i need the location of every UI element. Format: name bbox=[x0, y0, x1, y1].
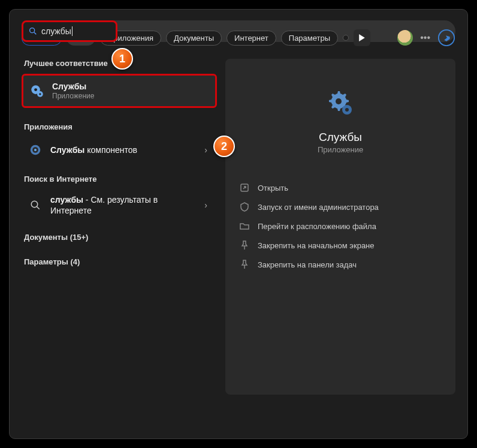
action-pin-taskbar-label: Закрепить на панели задач bbox=[258, 260, 357, 269]
action-run-admin-label: Запуск от имени администратора bbox=[258, 203, 379, 212]
action-pin-start-label: Закрепить на начальном экране bbox=[258, 241, 375, 250]
svg-point-12 bbox=[336, 98, 342, 104]
action-list: Открыть Запуск от имени администратора П… bbox=[240, 178, 441, 274]
svg-line-1 bbox=[34, 32, 36, 34]
search-input-text: службы bbox=[41, 26, 73, 36]
best-match-text: Службы Приложение bbox=[52, 82, 209, 100]
results-column: Лучшее соответствие Службы Приложение Пр… bbox=[22, 59, 217, 395]
search-icon bbox=[28, 26, 38, 36]
play-icon bbox=[358, 34, 366, 41]
detail-title: Службы bbox=[240, 131, 441, 144]
parameters-header[interactable]: Параметры (4) bbox=[22, 257, 217, 266]
action-file-location-label: Перейти к расположению файла bbox=[258, 222, 376, 231]
svg-point-4 bbox=[34, 88, 37, 91]
pin-icon bbox=[240, 260, 249, 269]
svg-point-6 bbox=[39, 93, 41, 95]
filter-more-partial[interactable] bbox=[343, 35, 349, 41]
chevron-right-icon: › bbox=[201, 145, 211, 155]
more-menu[interactable]: ••• bbox=[418, 32, 433, 43]
search-window: службы Чат Все Приложения Документы Инте… bbox=[9, 9, 468, 439]
filter-documents[interactable]: Документы bbox=[166, 31, 222, 46]
detail-subtitle: Приложение bbox=[240, 145, 441, 154]
action-run-admin[interactable]: Запуск от имени администратора bbox=[240, 197, 441, 217]
app-result-text: Службы компонентов bbox=[50, 145, 201, 155]
component-services-icon bbox=[28, 142, 43, 158]
web-header: Поиск в Интернете bbox=[22, 175, 217, 184]
documents-header[interactable]: Документы (15+) bbox=[22, 233, 217, 242]
best-match-subtitle: Приложение bbox=[52, 92, 209, 100]
svg-point-2 bbox=[439, 30, 454, 46]
filter-internet[interactable]: Интернет bbox=[227, 31, 276, 46]
detail-header: Службы Приложение bbox=[240, 77, 441, 154]
web-search-icon bbox=[28, 197, 43, 213]
svg-line-11 bbox=[37, 206, 40, 209]
open-icon bbox=[240, 183, 249, 193]
admin-icon bbox=[240, 202, 249, 212]
svg-point-9 bbox=[34, 149, 37, 151]
pin-icon bbox=[240, 240, 249, 250]
detail-panel: Службы Приложение Открыть Запуск от имен… bbox=[225, 59, 455, 395]
play-button[interactable] bbox=[354, 29, 370, 46]
apps-header: Приложения bbox=[22, 122, 217, 131]
main-area: Лучшее соответствие Службы Приложение Пр… bbox=[22, 59, 455, 395]
chevron-right-icon: › bbox=[201, 200, 211, 210]
filter-parameters[interactable]: Параметры bbox=[281, 31, 338, 46]
action-pin-start[interactable]: Закрепить на начальном экране bbox=[240, 236, 441, 255]
best-match-title: Службы bbox=[52, 82, 209, 91]
app-result-item[interactable]: Службы компонентов › bbox=[22, 137, 217, 163]
services-large-icon bbox=[326, 89, 355, 118]
services-icon bbox=[29, 83, 45, 99]
best-match-item[interactable]: Службы Приложение bbox=[22, 74, 217, 108]
action-open-label: Открыть bbox=[258, 184, 288, 193]
action-pin-taskbar[interactable]: Закрепить на панели задач bbox=[240, 255, 441, 274]
annotation-2: 2 bbox=[213, 136, 235, 157]
user-avatar[interactable] bbox=[397, 30, 413, 46]
action-file-location[interactable]: Перейти к расположению файла bbox=[240, 217, 441, 236]
bing-icon[interactable] bbox=[437, 29, 455, 47]
svg-point-14 bbox=[345, 108, 349, 112]
web-result-item[interactable]: службы - См. результаты в Интернете › bbox=[22, 190, 217, 221]
search-input-highlight[interactable]: службы bbox=[22, 20, 117, 42]
svg-point-0 bbox=[30, 28, 35, 33]
annotation-1: 1 bbox=[111, 48, 133, 70]
svg-point-10 bbox=[31, 201, 38, 208]
web-result-text: службы - См. результаты в Интернете bbox=[50, 194, 201, 216]
folder-icon bbox=[240, 221, 249, 231]
action-open[interactable]: Открыть bbox=[240, 178, 441, 197]
